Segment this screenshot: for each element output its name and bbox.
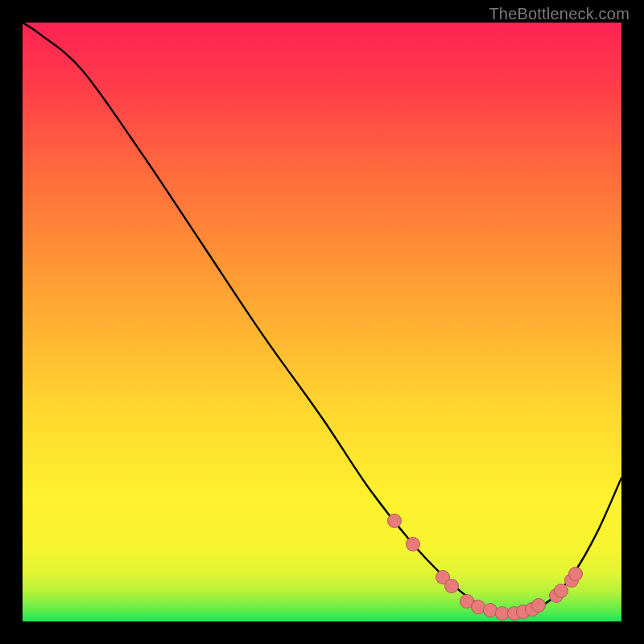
marker-point — [568, 567, 583, 581]
attribution-text: TheBottleneck.com — [489, 5, 630, 23]
marker-point — [387, 514, 402, 528]
markers-layer — [23, 23, 621, 621]
marker-point — [406, 537, 420, 551]
marker-point — [444, 579, 459, 593]
chart-stage: TheBottleneck.com — [0, 0, 644, 644]
plot-area — [23, 23, 621, 621]
marker-point — [531, 598, 546, 613]
